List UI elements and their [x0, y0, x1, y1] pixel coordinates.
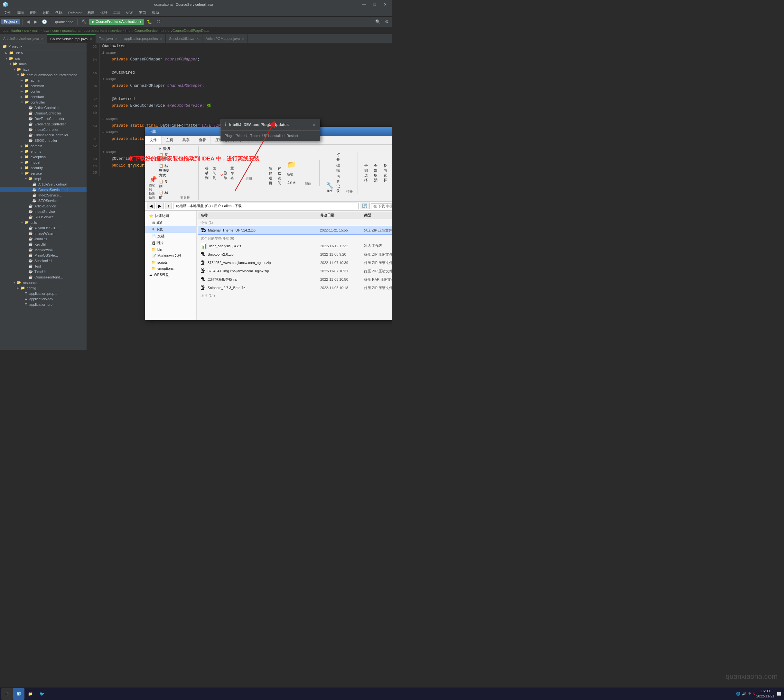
tree-item-application-pro...[interactable]: ⚙application-pro... — [0, 302, 87, 307]
edit-btn[interactable]: 编辑 — [335, 163, 342, 173]
tree-item-MinioOSSHe...[interactable]: ☕MinioOSSHe... — [0, 252, 87, 258]
nav-scripts[interactable]: 📁 scripts — [145, 259, 196, 265]
tree-item-AliyunOSSCl...[interactable]: ☕AliyunOSSCl... — [0, 225, 87, 230]
tab-close[interactable]: ✕ — [242, 37, 244, 40]
fe-file-material-theme[interactable]: 🗜 Material_Theme_UI-7.14.2.zip 2022-11-2… — [198, 226, 392, 235]
tree-item-utils[interactable]: ▼📂utils — [0, 220, 87, 225]
run-button[interactable]: ▶ CourseFrontendApplication ▾ — [89, 18, 144, 25]
menu-item-工具[interactable]: 工具 — [111, 10, 123, 16]
popup-close-button[interactable]: ✕ — [312, 122, 316, 127]
nav-pictures[interactable]: 🖼 图片 — [145, 240, 196, 246]
tree-item-Test[interactable]: ☕Test — [0, 263, 87, 269]
new-folder-btn[interactable]: 📁新建文件夹 — [285, 160, 298, 186]
recent-button[interactable]: 🕐 — [40, 18, 49, 25]
nav-desktop[interactable]: 🖥 桌面 — [145, 219, 196, 226]
delete-btn[interactable]: ✕ 删除 — [219, 170, 229, 181]
search-button[interactable]: 🔍 — [373, 18, 382, 25]
new-item-btn[interactable]: 新建项目 — [267, 166, 276, 186]
tree-item-ArticleService[interactable]: ☕ArticleService — [0, 203, 87, 209]
fe-search-input[interactable] — [371, 203, 392, 209]
fe-tab-view[interactable]: 查看 — [194, 136, 211, 144]
history-btn[interactable]: 历史记录 — [335, 174, 342, 194]
tree-item-DevToolsController[interactable]: ☕DevToolsController — [0, 116, 87, 121]
fe-up-btn[interactable]: ↑ — [165, 203, 172, 209]
fe-refresh-btn[interactable]: 🔄 — [360, 203, 370, 209]
editor-tab[interactable]: ArticleServiceImpl.java✕ — [0, 34, 47, 43]
tree-item-TimeUtil[interactable]: ☕TimeUtil — [0, 269, 87, 274]
deselect-all-btn[interactable]: 全部取消 — [373, 163, 382, 183]
tree-item-ArticleServiceImpl[interactable]: ☕ArticleServiceImpl — [0, 182, 87, 187]
tree-item-SEOController[interactable]: ☕SEOController — [0, 138, 87, 143]
menu-item-帮助[interactable]: 帮助 — [149, 10, 162, 16]
tree-item-admin[interactable]: ▶📁admin — [0, 77, 87, 83]
menu-item-代码[interactable]: 代码 — [53, 10, 65, 16]
minimize-button[interactable]: — — [359, 2, 368, 7]
tree-item-JsonUtil[interactable]: ☕JsonUtil — [0, 236, 87, 242]
copy-btn[interactable]: 📋 复制 — [158, 179, 172, 189]
tree-item-CourseController[interactable]: ☕CourseController — [0, 110, 87, 116]
tab-close[interactable]: ✕ — [89, 37, 92, 41]
move-to-btn[interactable]: 移动到 — [204, 165, 211, 181]
settings-button[interactable]: ⚙ — [383, 18, 391, 25]
tree-item-config[interactable]: ▶📁config — [0, 285, 87, 291]
tab-close[interactable]: ✕ — [196, 37, 199, 40]
menu-item-VCS[interactable]: VCS — [124, 10, 136, 15]
menu-item-视图[interactable]: 视图 — [27, 10, 39, 16]
tree-item-IndexController[interactable]: ☕IndexController — [0, 127, 87, 132]
tree-item-domain[interactable]: ▶📁domain — [0, 143, 87, 148]
tree-item-security[interactable]: ▶📁security — [0, 165, 87, 170]
nav-bin[interactable]: 📁 bin — [145, 246, 196, 252]
editor-tab[interactable]: SessionUtil.java✕ — [166, 34, 202, 43]
tree-item-java[interactable]: ▼📂java — [0, 67, 87, 72]
build-button[interactable]: 🔨 — [80, 18, 89, 25]
tree-item-ArticleController[interactable]: ☕ArticleController — [0, 105, 87, 110]
nav-wps[interactable]: ☁ WPS云盘 — [145, 272, 196, 278]
tree-item-KeyUtil[interactable]: ☕KeyUtil — [0, 242, 87, 247]
tree-item-config[interactable]: ▶📁config — [0, 88, 87, 94]
menu-item-Refactor[interactable]: Refactor — [66, 10, 84, 15]
editor-tab[interactable]: ArticlePOMapper.java✕ — [202, 34, 248, 43]
menu-item-导航[interactable]: 导航 — [40, 10, 52, 16]
tree-item-SEOService...[interactable]: ☕SEOService... — [0, 198, 87, 203]
tree-item-service[interactable]: ▼📂service — [0, 170, 87, 176]
maximize-button[interactable]: □ — [371, 2, 378, 7]
tree-item-ImageWater...[interactable]: ☕ImageWater... — [0, 230, 87, 236]
tab-close[interactable]: ✕ — [115, 37, 117, 40]
tree-item-enums[interactable]: ▶📁enums — [0, 148, 87, 154]
copy-to-btn[interactable]: 复制到 — [211, 165, 219, 181]
col-date[interactable]: 修改日期 — [320, 213, 362, 218]
tree-item-application-dev...[interactable]: ⚙application-dev... — [0, 296, 87, 302]
tree-item-exception[interactable]: ▶📁exception — [0, 154, 87, 160]
fe-address-path[interactable]: 此电脑 › 本地磁盘 (C:) › 用户 › allen › 下载 — [173, 203, 359, 209]
tree-item-common[interactable]: ▶📁common — [0, 83, 87, 88]
fe-file-user-analysis[interactable]: 📊 user_analysis (3).xls 2022-11-12 12:32… — [198, 242, 392, 250]
tab-close[interactable]: ✕ — [160, 37, 162, 40]
tree-item-OnlineToolsController[interactable]: ☕OnlineToolsController — [0, 132, 87, 138]
pin-to-quick[interactable]: 📌 固定到快速访问 — [149, 175, 157, 200]
fe-file-nginx1[interactable]: 🗜 8754052_www.chajianxw.com_nginx.zip 20… — [198, 258, 392, 267]
tree-item-CourseFrontend...[interactable]: ☕CourseFrontend... — [0, 274, 87, 280]
fe-tab-share[interactable]: 共享 — [178, 136, 194, 144]
tree-item-model[interactable]: ▶📁model — [0, 160, 87, 165]
tree-item-application.prop...[interactable]: ⚙application.prop... — [0, 291, 87, 296]
coverage-button[interactable]: 🛡 — [154, 18, 162, 25]
tree-item-impl[interactable]: ▼📂impl — [0, 176, 87, 182]
close-button[interactable]: ✕ — [381, 2, 389, 7]
fe-file-sniptool[interactable]: 🗜 Sniptool v2.0.zip 2022-11-08 9:20 好压 Z… — [198, 250, 392, 258]
fe-tab-file[interactable]: 文件 — [145, 136, 162, 144]
tree-item-resources[interactable]: ▼📂resources — [0, 280, 87, 285]
fe-file-snipaste[interactable]: 🗜 Snipaste_2.7.3_Beta.7z 2022-11-05 10:1… — [198, 283, 392, 292]
col-type[interactable]: 类型 — [364, 213, 392, 218]
rename-btn[interactable]: 重命名 — [229, 165, 236, 181]
menu-item-构建[interactable]: 构建 — [85, 10, 97, 16]
menu-item-编辑[interactable]: 编辑 — [14, 10, 27, 16]
tree-item-constant[interactable]: ▶📁constant — [0, 94, 87, 99]
menu-item-窗口[interactable]: 窗口 — [137, 10, 149, 16]
tab-close[interactable]: ✕ — [41, 37, 43, 40]
tree-item-SessionUtil[interactable]: ☕SessionUtil — [0, 258, 87, 263]
tree-item-ErrorPageController[interactable]: ☕ErrorPageController — [0, 121, 87, 127]
col-name[interactable]: 名称 — [201, 213, 318, 218]
tree-item-IndexService...[interactable]: ☕IndexService... — [0, 192, 87, 198]
editor-tab[interactable]: application.properties✕ — [121, 34, 166, 43]
paste-shortcut-btn[interactable]: 📋 粘贴快捷方式 — [158, 163, 172, 178]
